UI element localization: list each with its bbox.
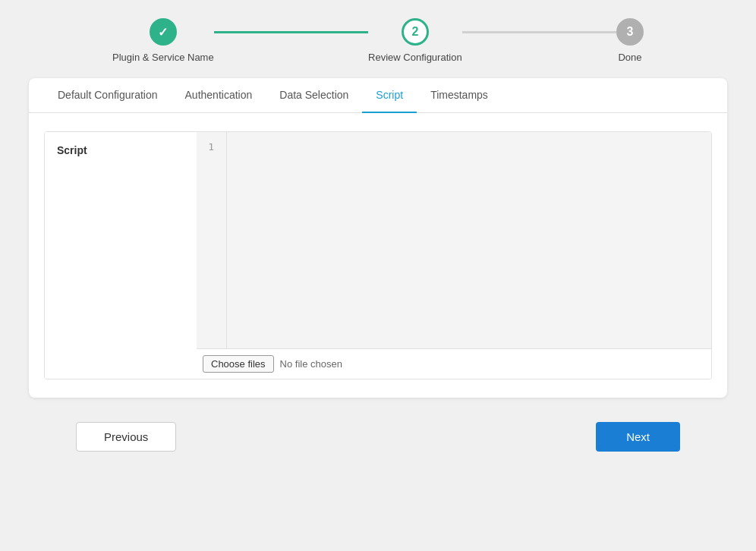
tab-data-selection[interactable]: Data Selection [266, 78, 362, 113]
step-3-circle: 3 [616, 18, 644, 46]
previous-button[interactable]: Previous [76, 422, 176, 452]
step-2-circle: 2 [402, 18, 429, 46]
script-field-label: Script [57, 144, 184, 156]
step-1-number: ✓ [158, 25, 168, 39]
step-2-number: 2 [411, 25, 418, 39]
tab-script[interactable]: Script [362, 78, 417, 113]
tab-authentication[interactable]: Authentication [172, 78, 266, 113]
editor-area: 1 [197, 132, 711, 348]
step-1-circle: ✓ [150, 18, 177, 46]
step-connector-1 [214, 31, 368, 33]
tab-default-configuration[interactable]: Default Configuration [44, 78, 172, 113]
step-1-label: Plugin & Service Name [112, 52, 214, 63]
stepper: ✓ Plugin & Service Name 2 Review Configu… [0, 0, 756, 78]
choose-files-button[interactable]: Choose files [203, 355, 274, 373]
main-card: Default Configuration Authentication Dat… [29, 78, 727, 398]
script-editor-column: 1 Choose files No file chosen [197, 132, 711, 379]
script-editor-textarea[interactable] [227, 132, 711, 348]
script-label-column: Script [45, 132, 197, 379]
tab-content: Script 1 Choose files No file chosen [29, 113, 727, 398]
tab-timestamps[interactable]: Timestamps [417, 78, 502, 113]
line-number-1: 1 [197, 138, 220, 156]
step-3: 3 Done [616, 18, 644, 63]
step-connector-2 [462, 31, 616, 33]
bottom-nav: Previous Next [0, 404, 756, 470]
script-section: Script 1 Choose files No file chosen [44, 131, 712, 379]
no-file-label: No file chosen [280, 358, 342, 370]
step-1: ✓ Plugin & Service Name [112, 18, 214, 63]
next-button[interactable]: Next [596, 422, 680, 452]
step-3-label: Done [618, 52, 641, 63]
file-input-row: Choose files No file chosen [197, 348, 711, 379]
step-2: 2 Review Configuration [368, 18, 462, 63]
step-3-number: 3 [627, 25, 634, 39]
step-2-label: Review Configuration [368, 52, 462, 63]
tab-bar: Default Configuration Authentication Dat… [29, 78, 727, 113]
line-numbers: 1 [197, 132, 227, 348]
